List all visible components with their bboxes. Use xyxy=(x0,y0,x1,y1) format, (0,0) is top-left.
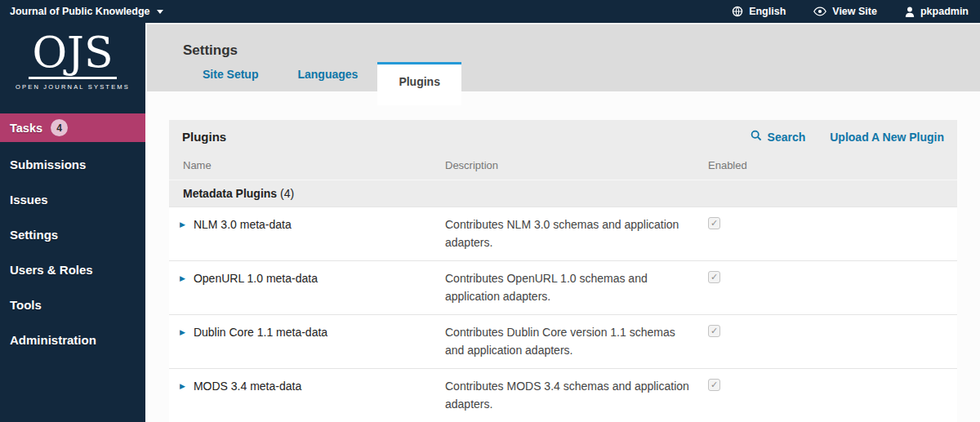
plugin-enabled-cell: ✓ xyxy=(708,270,957,305)
section-title: Metadata Plugins xyxy=(183,187,277,200)
plugin-name-cell: ▶ OpenURL 1.0 meta-data xyxy=(169,270,445,305)
plugin-description: Contributes OpenURL 1.0 schemas and appl… xyxy=(445,270,708,305)
tab-languages[interactable]: Languages xyxy=(278,57,377,91)
ojs-logo-caption: OPEN JOURNAL SYSTEMS xyxy=(0,83,145,91)
column-header-description: Description xyxy=(445,159,708,171)
chevron-down-icon xyxy=(157,10,163,14)
plugin-enabled-cell: ✓ xyxy=(708,378,957,413)
upload-plugin-button[interactable]: Upload A New Plugin xyxy=(830,131,944,144)
globe-icon xyxy=(732,6,743,17)
plugin-rows: ▶ NLM 3.0 meta-data Contributes NLM 3.0 … xyxy=(169,207,957,422)
expand-arrow-icon[interactable]: ▶ xyxy=(180,216,185,234)
plugin-description: Contributes Dublin Core version 1.1 sche… xyxy=(445,324,708,359)
plugin-name-cell: ▶ NLM 3.0 meta-data xyxy=(169,216,445,251)
sidebar-item-administration[interactable]: Administration xyxy=(0,322,145,358)
search-button[interactable]: Search xyxy=(751,130,806,144)
table-row: ▶ OpenURL 1.0 meta-data Contributes Open… xyxy=(169,260,957,314)
plugin-name: NLM 3.0 meta-data xyxy=(194,216,292,234)
plugin-section-header: Metadata Plugins (4) xyxy=(169,180,957,207)
language-label: English xyxy=(749,6,786,17)
table-row: ▶ MODS 3.4 meta-data Contributes MODS 3.… xyxy=(169,368,957,422)
tab-plugins[interactable]: Plugins xyxy=(377,62,461,105)
enabled-checkbox[interactable]: ✓ xyxy=(708,217,720,229)
table-column-headers: Name Description Enabled xyxy=(169,153,957,180)
column-header-enabled: Enabled xyxy=(708,159,957,171)
plugin-name: MODS 3.4 meta-data xyxy=(194,378,301,396)
plugins-panel-header: Plugins Search Upload A New Plugin xyxy=(169,120,957,153)
tab-site-setup[interactable]: Site Setup xyxy=(183,57,278,91)
expand-arrow-icon[interactable]: ▶ xyxy=(180,378,185,396)
tasks-count-badge: 4 xyxy=(51,119,68,136)
sidebar: OJS OPEN JOURNAL SYSTEMS Tasks 4 Submiss… xyxy=(0,23,145,422)
username-label: pkpadmin xyxy=(920,6,969,17)
plugin-description: Contributes NLM 3.0 schemas and applicat… xyxy=(445,216,708,251)
view-site-label: View Site xyxy=(832,6,877,17)
topbar-nav: English View Site pkpadmin xyxy=(732,6,980,17)
sidebar-item-users-roles[interactable]: Users & Roles xyxy=(0,252,145,287)
content-area: Settings Site Setup Languages Plugins Pl… xyxy=(145,23,980,422)
tasks-label: Tasks xyxy=(10,122,42,135)
expand-arrow-icon[interactable]: ▶ xyxy=(180,270,185,288)
search-icon xyxy=(751,130,762,144)
plugin-enabled-cell: ✓ xyxy=(708,324,957,359)
topbar: Journal of Public Knowledge English View… xyxy=(0,0,980,23)
sidebar-item-submissions[interactable]: Submissions xyxy=(0,147,145,182)
ojs-logo: OJS OPEN JOURNAL SYSTEMS xyxy=(0,23,145,113)
sidebar-item-tasks[interactable]: Tasks 4 xyxy=(0,113,145,142)
sidebar-item-settings[interactable]: Settings xyxy=(0,217,145,252)
sidebar-menu: Submissions Issues Settings Users & Role… xyxy=(0,147,145,358)
settings-tabs: Site Setup Languages Plugins xyxy=(183,48,461,91)
ojs-logo-acronym: OJS xyxy=(29,29,116,79)
eye-icon xyxy=(813,7,826,16)
table-row: ▶ Dublin Core 1.1 meta-data Contributes … xyxy=(169,314,957,368)
user-icon xyxy=(905,7,915,17)
sidebar-item-tools[interactable]: Tools xyxy=(0,287,145,322)
plugin-name: OpenURL 1.0 meta-data xyxy=(194,270,318,288)
view-site-link[interactable]: View Site xyxy=(813,6,877,17)
section-count-value: (4) xyxy=(280,187,294,200)
search-label: Search xyxy=(768,131,806,144)
enabled-checkbox[interactable]: ✓ xyxy=(708,379,720,391)
expand-arrow-icon[interactable]: ▶ xyxy=(180,324,185,342)
plugin-description: Contributes MODS 3.4 schemas and applica… xyxy=(445,378,708,413)
panel-title: Plugins xyxy=(182,130,226,144)
panel-actions: Search Upload A New Plugin xyxy=(751,130,944,144)
upload-plugin-label: Upload A New Plugin xyxy=(830,131,944,144)
journal-context-title: Journal of Public Knowledge xyxy=(10,6,150,17)
table-row: ▶ NLM 3.0 meta-data Contributes NLM 3.0 … xyxy=(169,207,957,260)
enabled-checkbox[interactable]: ✓ xyxy=(708,325,720,337)
column-header-name: Name xyxy=(169,159,445,171)
enabled-checkbox[interactable]: ✓ xyxy=(708,271,720,283)
language-menu[interactable]: English xyxy=(732,6,786,17)
plugins-panel: Plugins Search Upload A New Plugin Name … xyxy=(169,120,957,422)
plugin-name-cell: ▶ MODS 3.4 meta-data xyxy=(169,378,445,413)
content-header: Settings Site Setup Languages Plugins xyxy=(145,23,980,91)
sidebar-item-issues[interactable]: Issues xyxy=(0,182,145,217)
plugin-name-cell: ▶ Dublin Core 1.1 meta-data xyxy=(169,324,445,359)
plugin-name: Dublin Core 1.1 meta-data xyxy=(194,324,327,342)
tab-content: Plugins Search Upload A New Plugin Name … xyxy=(145,91,980,422)
plugin-enabled-cell: ✓ xyxy=(708,216,957,251)
user-menu[interactable]: pkpadmin xyxy=(905,6,969,17)
journal-context-dropdown[interactable]: Journal of Public Knowledge xyxy=(0,6,173,17)
